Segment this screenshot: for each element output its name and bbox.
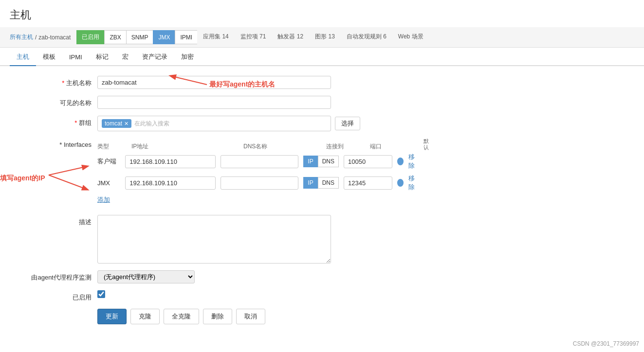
group-row: * 群组 tomcat ✕ 在此输入搜索 选择 bbox=[19, 116, 419, 131]
hostname-row: * 主机名称 bbox=[19, 76, 419, 89]
status-tab-monitors[interactable]: 监控项 71 bbox=[235, 30, 272, 44]
group-input-box[interactable]: tomcat ✕ 在此输入搜索 bbox=[97, 116, 331, 131]
status-tab-zbx[interactable]: ZBX bbox=[104, 30, 126, 44]
visible-name-input[interactable] bbox=[97, 96, 331, 109]
col-dns-header: DNS名称 bbox=[243, 142, 321, 151]
hostname-label: * 主机名称 bbox=[19, 76, 97, 88]
interface-row-client: 客户端 IP DNS 移除 bbox=[97, 153, 419, 170]
status-tab-ipmi[interactable]: IPMI bbox=[175, 30, 197, 44]
page-wrapper: 主机 所有主机 / zab-tomacat 已启用 ZBX SNMP JMX I… bbox=[0, 0, 644, 334]
full-clone-button[interactable]: 全克隆 bbox=[164, 309, 199, 324]
iface-client-connect: IP DNS bbox=[303, 156, 339, 167]
iface-jmx-port[interactable] bbox=[344, 176, 392, 190]
breadcrumb-current: zab-tomacat bbox=[38, 34, 71, 41]
group-label: * 群组 bbox=[19, 116, 97, 127]
status-tab-snmp[interactable]: SNMP bbox=[126, 30, 153, 44]
status-tab-discovery[interactable]: 自动发现规则 6 bbox=[341, 30, 392, 44]
add-interface-link[interactable]: 添加 bbox=[97, 195, 110, 204]
iface-client-ip[interactable] bbox=[125, 155, 216, 168]
group-required-star: * bbox=[74, 119, 77, 126]
status-tab-jmx[interactable]: JMX bbox=[153, 30, 175, 44]
iface-client-port[interactable] bbox=[344, 155, 392, 168]
description-label: 描述 bbox=[19, 215, 97, 227]
visible-name-label: 可见的名称 bbox=[19, 96, 97, 107]
tab-encryption[interactable]: 加密 bbox=[174, 49, 201, 66]
page-title: 主机 bbox=[0, 0, 644, 27]
group-tag: tomcat ✕ bbox=[102, 119, 131, 128]
enabled-checkbox-container bbox=[97, 290, 105, 298]
status-tab-triggers[interactable]: 触发器 12 bbox=[272, 30, 309, 44]
required-star: * bbox=[62, 79, 64, 87]
action-buttons: 更新 克隆 全克隆 删除 取消 bbox=[97, 309, 419, 324]
group-label-text: 群组 bbox=[79, 119, 92, 126]
form-container: * 主机名称 可见的名称 * 群组 tomcat bbox=[0, 66, 438, 334]
enabled-checkbox[interactable] bbox=[97, 290, 105, 298]
update-button[interactable]: 更新 bbox=[97, 309, 127, 324]
col-port-header: 端口 bbox=[370, 142, 419, 151]
nav-tabs-bar: 主机 模板 IPMI 标记 宏 资产记录 加密 bbox=[0, 49, 644, 66]
description-row: 描述 bbox=[19, 215, 419, 264]
iface-client-remove[interactable]: 移除 bbox=[408, 153, 419, 170]
enabled-label: 已启用 bbox=[19, 290, 97, 302]
interfaces-col-headers: 类型 IP地址 DNS名称 连接到 端口 默 认 bbox=[97, 138, 429, 151]
group-field: tomcat ✕ 在此输入搜索 选择 bbox=[97, 116, 360, 131]
description-textarea[interactable] bbox=[97, 215, 331, 264]
breadcrumb: 所有主机 / zab-tomacat 已启用 ZBX SNMP JMX IPMI… bbox=[0, 27, 644, 48]
iface-type-jmx: JMX bbox=[97, 179, 120, 187]
iface-jmx-remove[interactable]: 移除 bbox=[408, 174, 419, 192]
iface-jmx-connect: IP DNS bbox=[303, 177, 339, 189]
iface-jmx-ip[interactable] bbox=[125, 176, 216, 190]
breadcrumb-all-hosts[interactable]: 所有主机 bbox=[10, 33, 33, 41]
tab-tags[interactable]: 标记 bbox=[89, 49, 115, 66]
tab-host[interactable]: 主机 bbox=[10, 49, 36, 66]
agent-select[interactable]: (无agent代理程序) bbox=[97, 270, 195, 283]
tab-asset[interactable]: 资产记录 bbox=[135, 49, 174, 66]
iface-client-default-radio[interactable] bbox=[397, 158, 404, 165]
iface-client-ip-btn[interactable]: IP bbox=[303, 156, 317, 167]
status-tabs-bar: 已启用 ZBX SNMP JMX IPMI 应用集 14 监控项 71 触发器 … bbox=[76, 30, 429, 44]
group-tag-label: tomcat bbox=[105, 120, 122, 127]
hostname-label-text: 主机名称 bbox=[66, 79, 92, 87]
agent-row: 由agent代理程序监测 (无agent代理程序) bbox=[19, 270, 419, 283]
col-ip-header: IP地址 bbox=[131, 142, 239, 151]
iface-jmx-dns[interactable] bbox=[221, 176, 298, 190]
group-search-placeholder: 在此输入搜索 bbox=[134, 120, 169, 128]
iface-client-dns-btn[interactable]: DNS bbox=[318, 156, 339, 167]
status-tab-graphs[interactable]: 图形 13 bbox=[309, 30, 341, 44]
iface-jmx-ip-btn[interactable]: IP bbox=[303, 177, 317, 189]
interfaces-header-row: * Interfaces 类型 IP地址 DNS名称 连接到 端口 默 认 bbox=[19, 138, 419, 151]
col-default-header: 默 认 bbox=[423, 138, 429, 151]
iface-jmx-default-radio[interactable] bbox=[397, 179, 404, 187]
enabled-row: 已启用 bbox=[19, 290, 419, 302]
status-tab-appsets[interactable]: 应用集 14 bbox=[197, 30, 235, 44]
group-select-button[interactable]: 选择 bbox=[335, 117, 360, 130]
delete-button[interactable]: 删除 bbox=[203, 309, 232, 324]
iface-client-dns[interactable] bbox=[221, 155, 298, 168]
clone-button[interactable]: 克隆 bbox=[130, 309, 160, 324]
group-tag-close[interactable]: ✕ bbox=[124, 121, 129, 127]
hostname-input[interactable] bbox=[97, 76, 331, 89]
agent-label: 由agent代理程序监测 bbox=[19, 270, 97, 282]
col-connect-header: 连接到 bbox=[326, 142, 365, 151]
tab-ipmi[interactable]: IPMI bbox=[62, 50, 89, 66]
tab-macros[interactable]: 宏 bbox=[115, 49, 135, 66]
col-type-header: 类型 bbox=[97, 142, 127, 151]
interface-row-jmx: JMX IP DNS 移除 bbox=[97, 174, 419, 192]
iface-type-client: 客户端 bbox=[97, 157, 120, 166]
status-tab-web[interactable]: Web 场景 bbox=[392, 30, 429, 44]
visible-name-row: 可见的名称 bbox=[19, 96, 419, 109]
cancel-button[interactable]: 取消 bbox=[236, 309, 265, 324]
tab-template[interactable]: 模板 bbox=[36, 49, 62, 66]
form-and-annotations: 最好写agent的主机名 填写agent的IP * 主机名称 bbox=[0, 66, 644, 334]
status-tab-enabled[interactable]: 已启用 bbox=[76, 30, 104, 44]
breadcrumb-separator: / bbox=[35, 34, 37, 41]
iface-jmx-dns-btn[interactable]: DNS bbox=[318, 177, 339, 189]
interfaces-label: * Interfaces bbox=[19, 138, 97, 148]
